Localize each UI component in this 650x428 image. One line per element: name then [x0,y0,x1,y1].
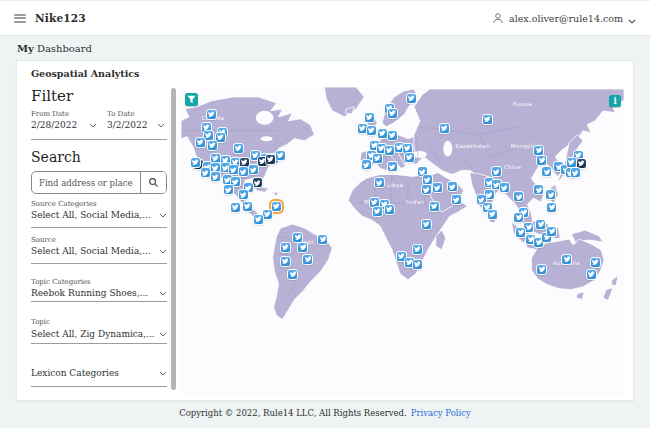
tweet-marker[interactable] [388,109,397,118]
tweet-marker[interactable] [405,153,414,162]
map-info-button[interactable]: i [609,95,621,107]
privacy-policy-link[interactable]: Privacy Policy [411,408,471,418]
tweet-marker[interactable] [403,144,412,153]
tweet-marker[interactable] [263,210,272,219]
tweet-marker[interactable] [224,185,233,194]
world-map[interactable]: CanadaRussiaKazakhstanMongoliaChinaIranL… [181,87,624,395]
tweet-marker[interactable] [534,185,543,194]
tweet-marker[interactable] [196,138,205,147]
tweet-marker[interactable] [365,113,374,122]
tweet-marker[interactable] [448,182,457,191]
tweet-marker[interactable] [239,190,248,199]
tweet-marker[interactable] [216,133,225,142]
tweet-marker[interactable] [430,202,439,211]
tweet-marker[interactable] [243,202,252,211]
tweet-marker[interactable] [536,220,545,229]
tweet-marker[interactable] [546,190,555,199]
tweet-marker[interactable] [537,156,546,165]
tweet-marker[interactable] [191,158,200,167]
tweet-marker[interactable] [407,94,416,103]
user-menu[interactable]: alex.oliver@rule14.com [492,9,636,28]
tweet-marker[interactable] [362,160,371,169]
tweet-marker[interactable] [422,220,431,229]
tweet-marker[interactable] [281,257,290,266]
scrollbar-thumb[interactable] [171,88,176,390]
tweet-marker[interactable] [276,151,285,160]
lexicon-categories-select[interactable]: Lexicon Categories [31,368,167,378]
topic-select[interactable]: Select All, Zig Dynamica,... [31,329,167,339]
tweet-marker[interactable] [240,158,249,167]
tweet-marker[interactable] [204,131,213,140]
tweet-marker[interactable] [272,202,281,211]
tweet-marker[interactable] [492,167,501,176]
tweet-marker[interactable] [211,172,220,181]
tweet-marker[interactable] [239,167,248,176]
tweet-marker[interactable] [500,183,509,192]
tweet-marker[interactable] [483,115,492,124]
source-select[interactable]: Select All, Social Media,... [31,246,167,256]
tweet-marker[interactable] [211,163,220,172]
tweet-marker[interactable] [385,205,394,214]
tweet-marker[interactable] [591,258,600,267]
tweet-marker[interactable] [534,146,543,155]
tweet-marker[interactable] [542,167,551,176]
tweet-marker[interactable] [201,168,210,177]
tweet-marker[interactable] [249,165,258,174]
tweet-marker[interactable] [318,235,327,244]
tweet-marker[interactable] [358,124,367,133]
search-input[interactable] [32,172,140,193]
tweet-marker[interactable] [440,124,449,133]
tweet-marker[interactable] [514,213,523,222]
tweet-marker[interactable] [423,175,432,184]
tweet-marker[interactable] [388,131,397,140]
tweet-marker[interactable] [547,227,556,236]
tweet-marker[interactable] [229,165,238,174]
tweet-marker[interactable] [207,110,216,119]
tweet-marker[interactable] [211,154,220,163]
tweet-marker[interactable] [378,129,387,138]
tweet-marker[interactable] [385,146,394,155]
tweet-marker[interactable] [375,178,384,187]
tweet-marker[interactable] [413,260,422,269]
tweet-marker[interactable] [537,265,546,274]
tweet-marker[interactable] [208,141,217,150]
tweet-marker[interactable] [485,190,494,199]
tweet-marker[interactable] [298,243,307,252]
tweet-marker[interactable] [562,255,571,264]
hamburger-menu-icon[interactable] [14,14,26,23]
from-date-select[interactable]: 2/28/2022 [31,120,97,130]
search-button[interactable] [140,172,166,193]
tweet-marker[interactable] [587,270,596,279]
to-date-select[interactable]: 3/2/2022 [107,120,165,130]
tweet-marker[interactable] [452,195,461,204]
tweet-marker[interactable] [422,185,431,194]
source-categories-select[interactable]: Select All, Social Media,... [31,210,167,220]
tweet-marker[interactable] [433,183,442,192]
tweet-marker[interactable] [234,144,243,153]
map-filter-button[interactable] [185,93,198,106]
tweet-marker[interactable] [253,178,262,187]
tweet-marker[interactable] [571,168,580,177]
tweet-marker[interactable] [288,270,297,279]
tweet-marker[interactable] [547,203,556,212]
tweet-marker[interactable] [254,215,263,224]
tweet-marker[interactable] [293,233,302,242]
tweet-marker[interactable] [524,223,533,232]
twitter-bird-icon [536,147,543,154]
tweet-marker[interactable] [567,158,576,167]
tweet-marker[interactable] [370,198,379,207]
tweet-marker[interactable] [231,203,240,212]
tweet-marker[interactable] [367,126,376,135]
tweet-marker[interactable] [266,155,275,164]
tweet-marker[interactable] [514,192,523,201]
tweet-marker[interactable] [373,154,382,163]
tweet-marker[interactable] [488,210,497,219]
tweet-marker[interactable] [303,255,312,264]
tweet-marker[interactable] [577,159,586,168]
tweet-marker[interactable] [281,243,290,252]
topic-categories-select[interactable]: Reebok Running Shoes,... [31,288,167,298]
tweet-marker[interactable] [413,245,422,254]
tweet-marker[interactable] [373,207,382,216]
tweet-marker[interactable] [388,162,397,171]
tweet-marker[interactable] [516,228,525,237]
